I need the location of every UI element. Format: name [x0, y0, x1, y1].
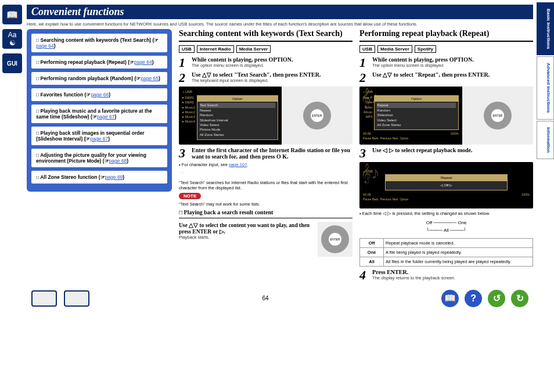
- toc-label: Playing back music and a favorite pictur…: [36, 108, 152, 120]
- toc-link[interactable]: page 67: [91, 136, 109, 142]
- help-icon[interactable]: ?: [465, 290, 482, 307]
- side-tabs: Basic instructions Advanced instructions…: [537, 0, 554, 312]
- mode-desc: All files in the folder currently being …: [384, 257, 533, 266]
- forward-arrow-icon[interactable]: ↻: [511, 290, 528, 307]
- toc-item[interactable]: □ Adjusting the picture quality for your…: [31, 149, 167, 167]
- usb-label: USB: [366, 170, 373, 173]
- footer-hint: Option: [400, 136, 408, 140]
- repeat-value: Off: [444, 184, 449, 187]
- time-label: 00:06: [363, 132, 371, 135]
- toc-link[interactable]: page 66: [91, 92, 109, 98]
- section-heading: Searching content with keywords (Text Se…: [179, 29, 352, 38]
- toc-item[interactable]: □ Searching content with keywords (Text …: [31, 34, 167, 52]
- toc-link[interactable]: page 65: [141, 75, 159, 81]
- tab-basic[interactable]: Basic instructions: [537, 2, 554, 55]
- back-arrow-icon[interactable]: ↺: [488, 290, 505, 307]
- toc-item[interactable]: □ Playing back music and a favorite pict…: [31, 105, 167, 123]
- list-label: MP3: [363, 114, 372, 119]
- toc-link[interactable]: page 64: [36, 43, 54, 49]
- step-sub: The keyboard input screen is displayed.: [192, 78, 352, 83]
- toc-link[interactable]: page 69: [105, 174, 123, 180]
- menu-item: Random: [377, 108, 455, 113]
- footer-hint: Option: [400, 197, 408, 201]
- page-link[interactable]: page 107: [229, 162, 247, 167]
- list-item: D&M1: [185, 96, 194, 99]
- toc-item[interactable]: □ Performing repeat playback (Repeat) (☞…: [31, 56, 167, 69]
- font-icon[interactable]: Aa☯: [2, 29, 22, 49]
- step-number: 1: [179, 56, 189, 69]
- section-heading: Performing repeat playback (Repeat): [359, 29, 533, 38]
- toc-label: Adjusting the picture quality for your v…: [36, 152, 146, 164]
- tag: Internet Radio: [197, 45, 234, 53]
- step-text: Use ◁ ▷ to select repeat playback mode.: [372, 147, 472, 153]
- usb-label: USB: [185, 90, 192, 93]
- list-item: Music4: [185, 120, 195, 123]
- book-icon[interactable]: 📖: [2, 5, 22, 24]
- menu-item: Slideshow Interval: [200, 118, 275, 123]
- footer-hint: Previous: [380, 136, 391, 140]
- aa-label: Aa: [8, 31, 17, 39]
- menu-item: Video Select: [377, 118, 455, 123]
- menu-item: Video Select: [200, 123, 275, 127]
- tag: USB: [179, 45, 195, 53]
- time-label: 00:06: [363, 193, 371, 196]
- footer-hint: Next: [392, 136, 398, 140]
- toc-label: All Zone Stereo function: [40, 174, 97, 180]
- footer-hint: Previous: [380, 197, 391, 201]
- source-tags: USB Internet Radio Media Server: [179, 45, 352, 53]
- menu-item: Picture Mode: [200, 127, 275, 132]
- tab-information[interactable]: Information: [537, 121, 554, 159]
- toc-label: Searching content with keywords (Text Se…: [41, 37, 152, 43]
- toc-label: Performing random playback (Random): [41, 75, 134, 81]
- mode-key: One: [360, 247, 384, 257]
- tab-advanced[interactable]: Advanced instructions: [537, 56, 554, 119]
- tag: Media Server: [377, 45, 412, 53]
- page-number: 64: [262, 295, 269, 301]
- step-number: 2: [359, 71, 370, 84]
- repeat-mode-screenshot: 𝄞♪ ♪ USB Repeat ◁ Off ▷ 00:06100% Pause …: [359, 162, 533, 208]
- bullet: • For character input, see page 107.: [179, 162, 352, 167]
- note-text: "Text Search" may not work for some list…: [179, 202, 352, 207]
- step-number: 1: [359, 56, 370, 69]
- toc-link[interactable]: page 68: [109, 158, 127, 164]
- device-front-button[interactable]: [31, 290, 57, 307]
- toc-link[interactable]: page 67: [97, 114, 115, 120]
- list-item: D&M2: [185, 100, 194, 104]
- dpad-icon: [484, 102, 512, 130]
- tag: Spotify: [415, 45, 436, 53]
- step-text: Enter the first character of the Interne…: [192, 147, 350, 160]
- toc-item[interactable]: □ Favorites function (☞page 66): [31, 88, 167, 101]
- mode-desc: Repeat playback mode is canceled.: [384, 238, 533, 247]
- menu-title: Option: [375, 96, 458, 102]
- option-menu-screenshot: ♪ USB ▸ D&M1 ▸ D&M2 ▸ Music1 ▸ Music2 ▸ …: [179, 87, 352, 145]
- table-row: AllAll files in the folder currently bei…: [360, 257, 533, 266]
- toc-item[interactable]: □ All Zone Stereo function (☞page 69): [31, 171, 167, 184]
- pct-label: 100%: [451, 132, 459, 135]
- footer-hint: Back: [372, 197, 379, 201]
- tag: Media Server: [236, 45, 271, 53]
- sub-body: Use △▽ to select the content you want to…: [179, 222, 310, 235]
- book-nav-icon[interactable]: 📖: [441, 290, 459, 307]
- list-item: Music1: [185, 106, 195, 109]
- table-row: OneA file being played is played repeate…: [360, 247, 533, 257]
- device-rear-button[interactable]: [64, 290, 89, 307]
- left-nav: 📖 Aa☯ GUI: [2, 5, 24, 307]
- mode-diagram: Off ─────── One └──── All ────┘: [359, 220, 533, 235]
- toc-item[interactable]: □ Playing back still images in sequentia…: [31, 127, 167, 145]
- menu-title: Repeat: [386, 175, 507, 181]
- menu-item: Random: [200, 113, 275, 117]
- footer: 64 📖 ? ↺ ↻: [27, 290, 533, 307]
- mode-key: All: [360, 257, 384, 266]
- diagram-all: All: [444, 228, 449, 233]
- toc-link[interactable]: page 64: [134, 59, 152, 65]
- gui-icon[interactable]: GUI: [2, 53, 22, 73]
- step-sub: The option menu screen is displayed.: [372, 63, 533, 68]
- intro-text: Here, we explain how to use convenient f…: [27, 19, 533, 29]
- menu-item: Text Search: [200, 103, 275, 107]
- menu-item: All Zone Stereo: [200, 132, 275, 137]
- toc-item[interactable]: □ Performing random playback (Random) (☞…: [31, 72, 167, 85]
- source-tags: USB Media Server Spotify: [359, 45, 533, 53]
- dpad-icon: [321, 225, 349, 253]
- sub-heading: □ Playing back a search result content: [179, 209, 352, 215]
- list-item: Music2: [185, 110, 195, 114]
